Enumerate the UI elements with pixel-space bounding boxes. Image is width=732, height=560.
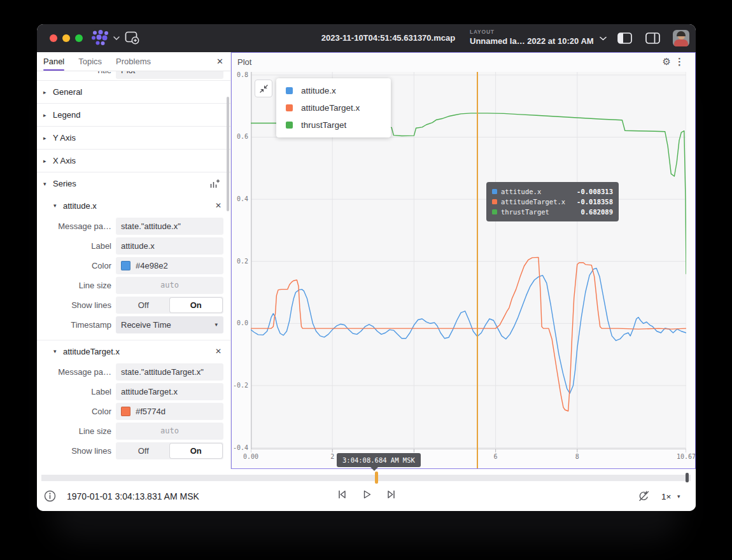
foxglove-logo-icon[interactable]	[90, 29, 111, 47]
title-field-label: Title	[37, 71, 111, 80]
chevron-down-icon: ▾	[53, 348, 63, 354]
color-swatch	[121, 407, 130, 416]
app-menu-chevron-icon[interactable]	[113, 36, 120, 40]
collapse-arrows-icon	[259, 84, 269, 94]
panel-settings-gear-icon[interactable]: ⚙	[663, 56, 671, 67]
tooltip-row: attitudeTarget.x -0.018358	[492, 197, 613, 207]
x-axis-labels: 0.00246810.67	[251, 453, 686, 462]
skip-next-icon	[386, 489, 397, 500]
playback-bar: 1970-01-01 3:04:13.831 AM MSK	[37, 469, 696, 511]
tab-panel[interactable]: Panel	[43, 52, 64, 71]
select-chevron-icon: ▾	[215, 316, 218, 333]
loop-playback-button[interactable]	[638, 490, 650, 504]
chevron-right-icon: ▸	[43, 135, 53, 141]
label-input[interactable]: attitude.x	[116, 237, 223, 255]
play-button[interactable]	[361, 489, 372, 502]
show-lines-off[interactable]: Off	[117, 298, 170, 312]
legend-item[interactable]: attitudeTarget.x	[276, 99, 391, 116]
section-y-axis[interactable]: ▸ Y Axis	[37, 126, 230, 149]
show-lines-on[interactable]: On	[170, 444, 223, 458]
color-hex: #f5774d	[136, 403, 165, 420]
panel-title: Plot	[237, 57, 251, 67]
speed-chevron-icon[interactable]: ▾	[677, 493, 680, 500]
series-color-swatch	[492, 189, 497, 194]
series-header[interactable]: ▾ attitude.x ✕	[37, 195, 230, 216]
series-name: attitudeTarget.x	[63, 347, 120, 356]
series-color-swatch	[286, 87, 293, 94]
remove-series-button[interactable]: ✕	[215, 347, 222, 356]
message-path-label: Message pa…	[37, 216, 111, 236]
label-input[interactable]: attitudeTarget.x	[116, 383, 223, 400]
seek-backward-button[interactable]	[336, 489, 348, 502]
series-color-swatch	[492, 209, 497, 214]
series-editor-attitude-x: ▾ attitude.x ✕ Message pa… state."attitu…	[37, 195, 230, 340]
layout-menu[interactable]: LAYOUT Unnamed la… 2022 at 10:20 AM	[470, 29, 594, 46]
sidebar-scrollbar[interactable]	[227, 97, 229, 211]
series-color-swatch	[492, 199, 497, 204]
chevron-right-icon: ▸	[43, 112, 53, 118]
play-icon	[361, 489, 372, 500]
remove-series-button[interactable]: ✕	[215, 201, 222, 210]
toggle-right-sidebar-button[interactable]	[645, 32, 661, 44]
y-axis-labels: 0.80.60.40.20.0-0.2-0.4	[232, 72, 248, 449]
layout-chevron-icon[interactable]	[600, 36, 607, 41]
message-path-label: Message pa…	[37, 362, 111, 382]
zoom-window-button[interactable]	[75, 34, 83, 42]
legend: attitude.x attitudeTarget.x thrustTarget	[276, 78, 391, 137]
app-window: 2023-11-10T04:51:45.631370.mcap LAYOUT U…	[37, 24, 696, 511]
message-path-input[interactable]: state."attitudeTarget.x"	[116, 363, 223, 381]
color-hex: #4e98e2	[136, 257, 168, 274]
section-x-axis[interactable]: ▸ X Axis	[37, 149, 230, 172]
info-icon	[44, 490, 56, 502]
loop-off-icon	[638, 490, 650, 502]
toggle-left-sidebar-button[interactable]	[617, 32, 633, 44]
series-header[interactable]: ▾ attitudeTarget.x ✕	[37, 340, 230, 362]
legend-item[interactable]: attitude.x	[276, 82, 391, 99]
close-sidebar-button[interactable]: ✕	[216, 57, 223, 66]
color-input[interactable]: #f5774d	[116, 403, 223, 420]
label-label: Label	[37, 236, 111, 256]
line-size-input[interactable]: auto	[116, 277, 223, 294]
close-window-button[interactable]	[50, 34, 57, 42]
tooltip-row: attitude.x -0.008313	[492, 186, 613, 197]
message-path-input[interactable]: state."attitude.x"	[116, 218, 223, 235]
chevron-right-icon: ▸	[43, 89, 53, 95]
titlebar: 2023-11-10T04:51:45.631370.mcap LAYOUT U…	[37, 24, 696, 52]
label-label: Label	[37, 382, 111, 402]
timestamp-select[interactable]: Receive Time ▾	[116, 316, 223, 333]
minimize-window-button[interactable]	[62, 34, 70, 42]
chevron-down-icon: ▾	[53, 202, 63, 209]
recording-info-button[interactable]	[44, 490, 56, 504]
seek-bar[interactable]	[41, 475, 691, 481]
chevron-right-icon: ▸	[43, 158, 53, 164]
add-series-button[interactable]	[208, 177, 222, 191]
show-lines-on[interactable]: On	[170, 298, 223, 312]
series-color-swatch	[286, 104, 293, 111]
skip-previous-icon	[336, 489, 348, 500]
show-lines-off[interactable]: Off	[117, 444, 170, 458]
legend-item[interactable]: thrustTarget	[276, 116, 391, 134]
title-field-input[interactable]: Plot	[116, 71, 223, 79]
show-lines-label: Show lines	[37, 441, 111, 461]
recording-end-marker	[686, 473, 689, 482]
add-panel-button[interactable]	[125, 31, 140, 45]
timestamp-label: Timestamp	[37, 315, 111, 335]
section-general[interactable]: ▸ General	[37, 80, 230, 103]
series-name: attitude.x	[63, 201, 97, 211]
tab-topics[interactable]: Topics	[78, 52, 102, 71]
color-swatch	[121, 261, 130, 270]
line-size-input[interactable]: auto	[116, 423, 223, 440]
current-timestamp: 1970-01-01 3:04:13.831 AM MSK	[67, 491, 199, 501]
title-row-clipped: Title Plot	[37, 71, 230, 80]
series-color-swatch	[286, 122, 293, 129]
playback-speed[interactable]: 1×	[661, 492, 671, 501]
seek-forward-button[interactable]	[386, 489, 397, 502]
color-label: Color	[37, 402, 111, 421]
collapse-legend-button[interactable]	[255, 80, 272, 97]
tab-problems[interactable]: Problems	[116, 52, 151, 71]
avatar[interactable]	[673, 30, 689, 46]
section-series[interactable]: ▾ Series	[37, 172, 230, 195]
panel-menu-icon[interactable]: ⋮	[675, 56, 684, 67]
section-legend[interactable]: ▸ Legend	[37, 103, 230, 126]
color-input[interactable]: #4e98e2	[116, 257, 223, 274]
